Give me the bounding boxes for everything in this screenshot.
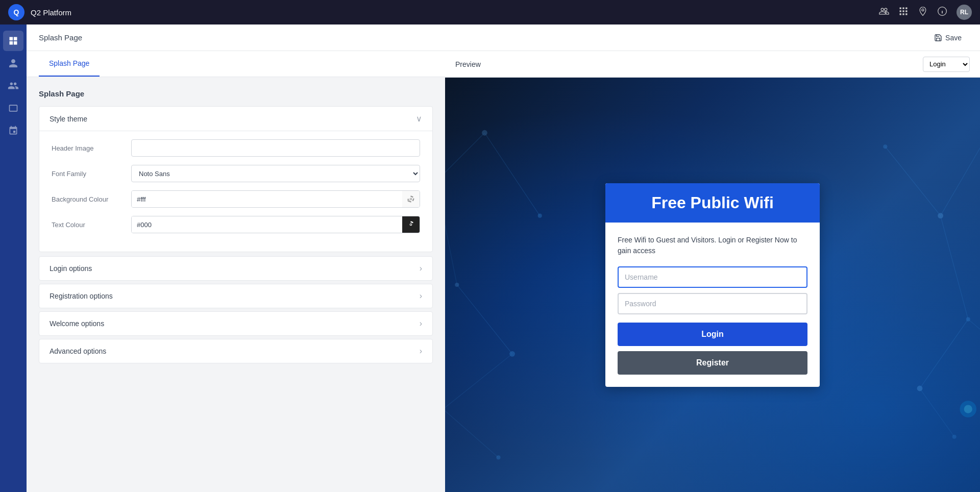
font-family-select[interactable]: Noto Sans Arial Roboto Open Sans [131, 165, 420, 182]
add-user-icon[interactable] [879, 6, 889, 19]
app-title: Q2 Platform [31, 8, 873, 17]
welcome-options-header[interactable]: Welcome options › [39, 312, 432, 335]
sidebar-item-dashboard[interactable] [3, 31, 23, 51]
svg-line-41 [920, 388, 954, 437]
registration-options-label: Registration options [50, 292, 113, 300]
svg-rect-5 [905, 10, 907, 12]
font-family-label: Font Family [52, 170, 123, 178]
preview-content: Free Public Wifi Free Wifi to Guest and … [445, 78, 980, 492]
advanced-options-label: Advanced options [50, 347, 106, 355]
splash-register-button[interactable]: Register [618, 351, 807, 375]
form-section-title: Splash Page [39, 89, 433, 98]
avatar[interactable]: RL [957, 5, 972, 20]
style-theme-section: Style theme ∨ Header Image Font Fa [39, 106, 433, 252]
background-colour-input[interactable] [132, 191, 402, 207]
svg-rect-3 [900, 10, 901, 12]
svg-point-29 [952, 435, 957, 439]
save-label: Save [945, 34, 962, 42]
header-image-label: Header Image [52, 144, 123, 152]
login-options-header[interactable]: Login options › [39, 257, 432, 280]
svg-rect-7 [902, 13, 904, 15]
left-panel: Splash Page Splash Page Style theme ∨ [27, 51, 445, 492]
advanced-options-header[interactable]: Advanced options › [39, 339, 432, 363]
save-button[interactable]: Save [928, 31, 968, 45]
background-colour-row: Background Colour [52, 190, 420, 208]
tab-splash-page[interactable]: Splash Page [39, 51, 100, 77]
svg-rect-4 [902, 10, 904, 12]
registration-options-row: Registration options › [39, 284, 433, 308]
background-colour-input-wrap [131, 190, 420, 208]
welcome-options-row: Welcome options › [39, 311, 433, 336]
right-panel: Preview Login Register Welcome [445, 51, 980, 492]
location-icon[interactable] [918, 6, 928, 19]
svg-rect-8 [905, 13, 907, 15]
text-colour-swatch[interactable] [402, 216, 420, 233]
svg-point-16 [410, 198, 412, 200]
font-family-row: Font Family Noto Sans Arial Roboto Open … [52, 165, 420, 182]
sidebar-item-groups[interactable] [3, 76, 23, 96]
advanced-options-row: Advanced options › [39, 339, 433, 363]
text-colour-input[interactable] [132, 216, 402, 233]
info-icon[interactable] [937, 6, 947, 19]
svg-rect-2 [905, 7, 907, 9]
svg-rect-0 [900, 7, 901, 9]
registration-options-chevron-icon: › [420, 291, 422, 301]
text-colour-input-wrap [131, 216, 420, 233]
style-theme-content: Header Image Font Family Noto Sans Arial… [39, 131, 432, 252]
preview-mode-select[interactable]: Login Register Welcome [923, 57, 970, 72]
text-colour-label: Text Colour [52, 221, 123, 229]
tab-bar: Splash Page [27, 51, 445, 77]
splash-password-input[interactable] [618, 293, 807, 314]
sidebar [0, 24, 27, 492]
registration-options-header[interactable]: Registration options › [39, 284, 432, 308]
splash-card-body: Free Wifi to Guest and Visitors. Login o… [605, 223, 820, 387]
preview-header: Preview Login Register Welcome [445, 51, 980, 78]
page-title: Splash Page [39, 33, 82, 42]
svg-rect-13 [14, 37, 17, 41]
svg-line-40 [920, 319, 968, 388]
login-options-label: Login options [50, 264, 92, 273]
svg-line-33 [484, 133, 540, 215]
welcome-options-chevron-icon: › [420, 319, 422, 328]
style-theme-header[interactable]: Style theme ∨ [39, 107, 432, 131]
header-image-row: Header Image [52, 139, 420, 157]
login-options-chevron-icon: › [420, 264, 422, 273]
sidebar-item-devices[interactable] [3, 98, 23, 118]
background-colour-swatch[interactable] [402, 190, 420, 208]
splash-username-input[interactable] [618, 266, 807, 288]
svg-line-42 [941, 133, 980, 215]
svg-line-34 [445, 181, 457, 285]
splash-card-header: Free Public Wifi [605, 183, 820, 223]
advanced-options-chevron-icon: › [420, 347, 422, 356]
app-logo: Q [8, 4, 24, 20]
splash-login-button[interactable]: Login [618, 323, 807, 346]
chevron-down-icon: ∨ [416, 114, 422, 124]
text-colour-row: Text Colour [52, 216, 420, 233]
preview-label: Preview [455, 60, 481, 68]
splash-preview: Free Public Wifi Free Wifi to Guest and … [445, 78, 980, 492]
svg-rect-15 [14, 41, 17, 45]
two-panel: Splash Page Splash Page Style theme ∨ [27, 51, 980, 492]
page-header: Splash Page Save [27, 24, 980, 51]
login-options-row: Login options › [39, 256, 433, 281]
svg-point-17 [410, 224, 412, 226]
header-image-input[interactable] [131, 139, 420, 157]
background-colour-label: Background Colour [52, 195, 123, 203]
grid-icon[interactable] [898, 6, 909, 19]
sidebar-item-network[interactable] [3, 120, 23, 141]
nav-icons: RL [879, 5, 972, 20]
splash-description: Free Wifi to Guest and Visitors. Login o… [618, 235, 807, 256]
svg-line-38 [885, 146, 940, 215]
svg-rect-12 [10, 37, 13, 41]
svg-line-36 [445, 354, 512, 409]
top-navigation: Q Q2 Platform RL [0, 0, 980, 24]
splash-card: Free Public Wifi Free Wifi to Guest and … [605, 183, 820, 387]
svg-point-20 [538, 214, 542, 218]
svg-line-35 [457, 285, 512, 354]
svg-line-37 [445, 409, 498, 458]
main-layout: Splash Page Save Splash Page Splash Page [0, 24, 980, 492]
form-panel: Splash Page Style theme ∨ Header Image [27, 77, 445, 379]
welcome-options-label: Welcome options [50, 319, 104, 328]
sidebar-item-users[interactable] [3, 53, 23, 73]
svg-rect-14 [10, 41, 13, 45]
